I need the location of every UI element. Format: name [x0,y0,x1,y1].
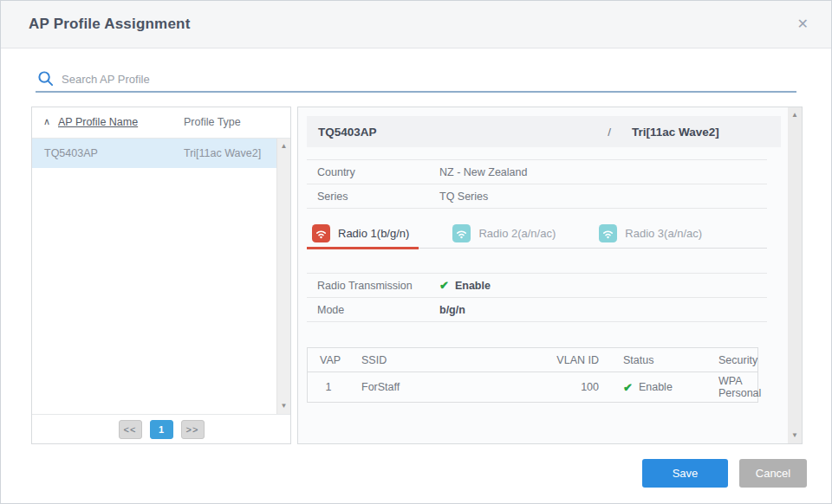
detail-header-band: TQ5403AP / Tri[11ac Wave2] [307,116,781,147]
dialog-header: AP Profile Assignment ✕ [1,1,831,48]
security-cell: WPA Personal [706,375,761,399]
profile-list-panel: ∧ AP Profile Name Profile Type TQ5403AP … [31,107,291,444]
field-row-radio-transmission: Radio Transmission ✔ Enable [307,274,767,298]
dialog-title: AP Profile Assignment [29,16,191,33]
radio-transmission-value: Enable [455,280,491,292]
pagination: << 1 >> [32,414,290,443]
vlan-cell: 100 [533,381,611,393]
wifi-icon-red [312,224,330,242]
radio-tabs: Radio 1(b/g/n) Radio 2(a/n/ac) [307,219,767,249]
profile-detail-panel: TQ5403AP / Tri[11ac Wave2] Country NZ - … [297,107,803,444]
check-icon: ✔ [439,279,449,292]
scroll-down-icon[interactable]: ▼ [788,430,802,442]
close-icon[interactable]: ✕ [797,16,809,33]
tab-radio-2[interactable]: Radio 2(a/n/ac) [450,219,558,248]
status-value: Enable [639,381,673,393]
sort-ascending-icon[interactable]: ∧ [43,116,50,127]
mode-label: Mode [307,304,439,316]
search-input[interactable] [62,68,795,89]
pagination-prev-button[interactable]: << [119,420,142,439]
field-row-mode: Mode b/g/n [307,298,767,322]
scroll-down-icon[interactable]: ▼ [277,400,290,412]
vlan-col-header: VLAN ID [533,354,611,366]
pagination-page-1-button[interactable]: 1 [150,420,173,439]
ssid-cell: ForStaff [349,381,533,393]
tab-radio-3-label: Radio 3(a/n/ac) [625,227,702,240]
ssid-col-header: SSID [349,354,533,366]
detail-fields: Country NZ - New Zealand Series TQ Serie… [307,159,767,209]
status-cell: ✔ Enable [611,381,706,394]
security-col-header: Security [706,354,757,366]
list-scrollbar[interactable]: ▲ ▼ [276,139,290,414]
detail-header-separator: / [608,126,611,139]
search-icon [37,70,54,87]
pagination-next-button[interactable]: >> [181,420,205,439]
profile-list-body: TQ5403AP Tri[11ac Wave2] [32,139,290,414]
vap-cell: 1 [308,381,349,393]
profile-detail-content: TQ5403AP / Tri[11ac Wave2] Country NZ - … [298,107,788,443]
mode-value: b/g/n [439,304,465,316]
radio-transmission-label: Radio Transmission [307,280,439,292]
scroll-up-icon[interactable]: ▲ [277,140,290,152]
tab-radio-3[interactable]: Radio 3(a/n/ac) [596,219,705,248]
cancel-button[interactable]: Cancel [739,459,807,488]
series-value: TQ Series [439,191,488,203]
vap-table-row: 1 ForStaff 100 ✔ Enable WPA Personal [308,372,757,402]
ap-profile-assignment-dialog: AP Profile Assignment ✕ ∧ AP Profile Nam… [0,0,832,504]
series-label: Series [307,191,439,203]
profile-type-cell: Tri[11ac Wave2] [184,139,261,168]
vap-col-header: VAP [308,354,349,366]
field-row-series: Series TQ Series [307,184,767,209]
profile-list-header: ∧ AP Profile Name Profile Type [32,107,290,139]
profile-name-cell: TQ5403AP [44,139,98,168]
vap-table-header: VAP SSID VLAN ID Status Security [308,348,757,372]
field-row-country: Country NZ - New Zealand [307,160,767,184]
detail-profile-name: TQ5403AP [318,126,608,139]
search-bar [36,67,796,93]
wifi-icon-teal [452,224,471,242]
radio-settings: Radio Transmission ✔ Enable Mode b/g/n [307,273,767,322]
detail-scrollbar[interactable]: ▲ ▼ [788,107,802,443]
tab-radio-1-label: Radio 1(b/g/n) [338,227,409,240]
country-label: Country [307,166,439,178]
tab-radio-2-label: Radio 2(a/n/ac) [478,227,556,240]
profile-list-row[interactable]: TQ5403AP Tri[11ac Wave2] [32,139,290,168]
check-icon: ✔ [623,381,633,394]
vap-table: VAP SSID VLAN ID Status Security 1 ForSt… [307,347,758,403]
country-value: NZ - New Zealand [439,166,527,178]
column-header-profile-type: Profile Type [184,116,241,128]
status-col-header: Status [611,354,706,366]
wifi-icon-teal [599,224,617,242]
scroll-up-icon[interactable]: ▲ [788,109,802,121]
save-button[interactable]: Save [642,459,728,488]
tab-radio-1[interactable]: Radio 1(b/g/n) [309,219,412,248]
detail-profile-type: Tri[11ac Wave2] [632,126,781,139]
column-header-ap-profile-name[interactable]: AP Profile Name [58,116,138,128]
